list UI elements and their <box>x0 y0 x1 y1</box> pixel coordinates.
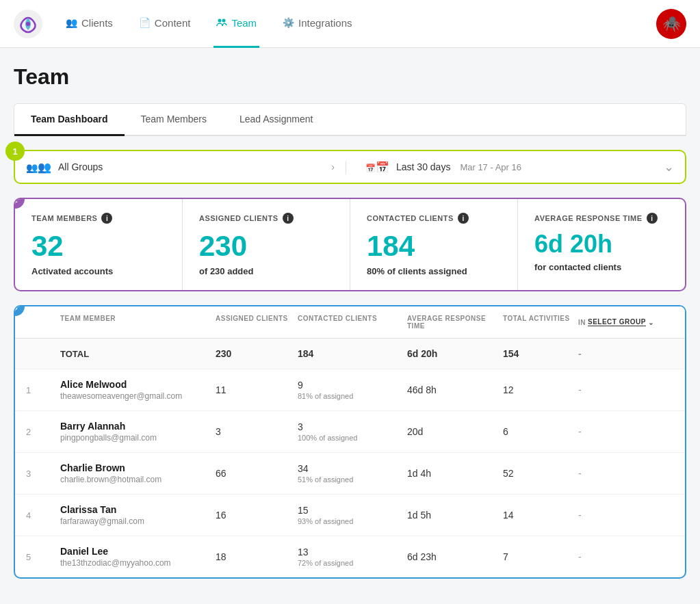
row-4-activities: 14 <box>503 510 578 521</box>
page-title: Team <box>14 64 686 90</box>
date-filter[interactable]: 📅 Last 30 days Mar 17 - Apr 16 ⌄ <box>354 159 674 174</box>
row-3-email: charlie.brown@hotmail.com <box>60 475 216 484</box>
integrations-icon <box>283 17 294 28</box>
row-2-avg: 20d <box>407 426 503 437</box>
col-contacted: CONTACTED CLIENTS <box>298 315 407 330</box>
row-3-num: 3 <box>26 469 60 479</box>
contacted-clients-value: 184 <box>367 232 501 261</box>
team-members-sub: Activated accounts <box>31 266 166 276</box>
stat-avg-response: AVERAGE RESPONSE TIME i 6d 20h for conta… <box>518 199 685 290</box>
row-2-group: - <box>578 426 674 437</box>
table-total-row: TOTAL 230 184 6d 20h 154 - <box>15 339 685 369</box>
row-4-group: - <box>578 510 674 521</box>
row-1-contacted: 9 <box>298 380 407 391</box>
row-5-assigned: 18 <box>216 551 298 562</box>
total-contacted: 184 <box>298 348 407 359</box>
table-row: 1 Alice Melwood theawesomeavenger@gmail.… <box>15 369 685 411</box>
row-4-num: 4 <box>26 510 60 521</box>
row-5-group: - <box>578 551 674 562</box>
tab-dashboard[interactable]: Team Dashboard <box>14 104 125 136</box>
row-5-name: Daniel Lee <box>60 546 216 557</box>
assigned-clients-sub: of 230 added <box>199 266 333 276</box>
row-1-group: - <box>578 384 674 395</box>
row-2-email: pingpongballs@gmail.com <box>60 433 216 443</box>
avg-response-info-icon[interactable]: i <box>647 213 658 224</box>
row-5-num: 5 <box>26 552 60 562</box>
group-filter-arrow: › <box>331 161 335 172</box>
svg-point-1 <box>26 22 30 26</box>
page-container: Team Team Dashboard Team Members Lead As… <box>0 48 700 595</box>
row-3-contacted-sub: 51% of assigned <box>298 475 407 484</box>
col-num <box>26 315 60 330</box>
row-5-avg: 6d 23h <box>407 551 503 562</box>
total-avg-response: 6d 20h <box>407 348 503 359</box>
table-header: TEAM MEMBER ASSIGNED CLIENTS CONTACTED C… <box>15 306 685 339</box>
row-1-num: 1 <box>26 385 60 395</box>
col-select-group-in: IN <box>578 319 586 326</box>
assigned-clients-info-icon[interactable]: i <box>283 213 294 224</box>
table-row: 3 Charlie Brown charlie.brown@hotmail.co… <box>15 453 685 495</box>
col-select-group-chevron: ⌄ <box>648 319 654 326</box>
nav-clients-label: Clients <box>81 17 113 29</box>
row-3-group: - <box>578 468 674 479</box>
row-2-activities: 6 <box>503 426 578 437</box>
contacted-clients-info-icon[interactable]: i <box>458 213 469 224</box>
avatar-emoji: 🕷️ <box>662 15 681 33</box>
row-3-name: Charlie Brown <box>60 462 216 473</box>
col-avg-response: AVERAGE RESPONSE TIME <box>407 315 503 330</box>
stats-section: 2 TEAM MEMBERS i 32 Activated accounts A… <box>14 198 686 291</box>
total-label: TOTAL <box>60 349 216 359</box>
total-activities: 154 <box>503 348 578 359</box>
groups-icon: 👥 <box>26 161 51 174</box>
row-4-email: farfaraway@gmail.com <box>60 516 216 526</box>
contacted-clients-sub: 80% of clients assigned <box>367 266 501 276</box>
filter-section: 1 👥 All Groups › 📅 Last 30 days Mar 17 -… <box>14 150 686 184</box>
date-filter-label: Last 30 days <box>396 161 450 172</box>
group-filter[interactable]: 👥 All Groups › <box>26 161 346 174</box>
row-3-activities: 52 <box>503 468 578 479</box>
svg-point-3 <box>222 19 226 23</box>
row-3-avg: 1d 4h <box>407 468 503 479</box>
col-select-group[interactable]: IN SELECT GROUP ⌄ <box>578 315 674 330</box>
nav-integrations[interactable]: Integrations <box>280 0 354 48</box>
row-2-contacted-sub: 100% of assigned <box>298 434 407 442</box>
avatar[interactable]: 🕷️ <box>656 9 686 39</box>
row-4-contacted: 15 <box>298 505 407 516</box>
table-section: 3 TEAM MEMBER ASSIGNED CLIENTS CONTACTED… <box>14 305 686 579</box>
row-2-assigned: 3 <box>216 426 298 437</box>
row-4-assigned: 16 <box>216 510 298 521</box>
stat-assigned-clients: ASSIGNED CLIENTS i 230 of 230 added <box>183 199 350 290</box>
row-1-email: theawesomeavenger@gmail.com <box>60 391 216 401</box>
tab-members[interactable]: Team Members <box>125 104 223 136</box>
nav-team[interactable]: Team <box>213 0 259 48</box>
clients-icon <box>66 17 77 28</box>
team-members-value: 32 <box>31 232 166 261</box>
col-member: TEAM MEMBER <box>60 315 216 330</box>
tab-lead-assignment[interactable]: Lead Assignment <box>223 104 329 136</box>
row-3-contacted: 34 <box>298 463 407 474</box>
row-5-email: the13thzodiac@myyahoo.com <box>60 558 216 568</box>
team-members-info-icon[interactable]: i <box>101 213 112 224</box>
col-assigned: ASSIGNED CLIENTS <box>216 315 298 330</box>
nav-content[interactable]: Content <box>136 0 194 48</box>
team-icon <box>216 17 227 28</box>
section-1-badge: 1 <box>5 142 25 161</box>
nav-team-label: Team <box>231 17 257 29</box>
nav-integrations-label: Integrations <box>298 17 352 29</box>
nav-clients[interactable]: Clients <box>63 0 116 48</box>
total-assigned: 230 <box>216 348 298 359</box>
content-icon <box>139 17 151 28</box>
row-2-contacted: 3 <box>298 421 407 432</box>
row-2-num: 2 <box>26 427 60 437</box>
svg-point-2 <box>218 19 222 23</box>
row-3-assigned: 66 <box>216 468 298 479</box>
stat-team-members: TEAM MEMBERS i 32 Activated accounts <box>15 199 183 290</box>
row-4-name: Clarissa Tan <box>60 504 216 515</box>
logo[interactable] <box>14 10 42 38</box>
row-1-avg: 46d 8h <box>407 384 503 395</box>
avg-response-sub: for contacted clients <box>534 262 669 272</box>
group-filter-label: All Groups <box>58 161 324 172</box>
row-4-avg: 1d 5h <box>407 510 503 521</box>
col-select-group-label: SELECT GROUP <box>588 318 646 326</box>
total-group: - <box>578 348 674 359</box>
